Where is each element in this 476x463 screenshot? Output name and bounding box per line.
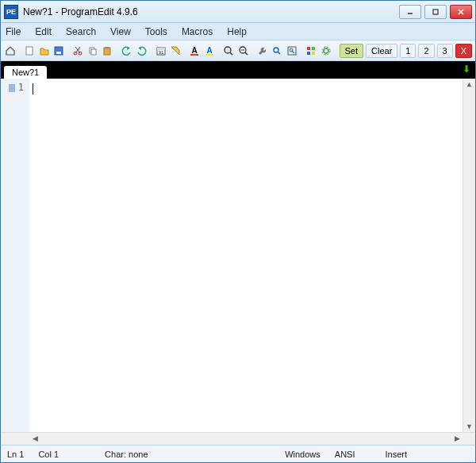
svg-rect-33 <box>312 47 315 50</box>
bookmark-set-button[interactable]: Set <box>340 44 364 58</box>
scroll-down-icon[interactable]: ▼ <box>464 421 475 432</box>
window-buttons <box>399 5 472 19</box>
text-editor[interactable] <box>29 79 463 432</box>
menu-file[interactable]: File <box>6 26 21 37</box>
redo-icon[interactable] <box>135 43 147 59</box>
vertical-scrollbar[interactable]: ▲ ▼ <box>463 79 475 432</box>
status-eol: Windows <box>285 449 321 459</box>
highlight-icon[interactable]: A <box>203 43 215 59</box>
status-line: Ln 1 <box>7 449 24 459</box>
status-column: Col 1 <box>38 449 59 459</box>
svg-rect-21 <box>205 54 213 56</box>
toolbar: 31 A A Set Clear 1 2 3 X ›› <box>1 41 475 61</box>
menubar: File Edit Search View Tools Macros Help <box>1 23 475 41</box>
svg-line-31 <box>292 51 294 53</box>
undo-icon[interactable] <box>121 43 132 59</box>
svg-rect-19 <box>190 54 198 56</box>
svg-point-22 <box>225 47 231 53</box>
font-color-icon[interactable]: A <box>189 43 201 59</box>
svg-line-23 <box>230 52 232 55</box>
bookmark-3-button[interactable]: 3 <box>437 44 453 58</box>
menu-macros[interactable]: Macros <box>182 26 213 37</box>
svg-rect-6 <box>56 52 61 54</box>
gear-icon[interactable] <box>320 43 332 59</box>
menu-tools[interactable]: Tools <box>145 26 167 37</box>
menu-edit[interactable]: Edit <box>35 26 52 37</box>
bookmark-2-button[interactable]: 2 <box>418 44 434 58</box>
statusbar: Ln 1 Col 1 Char: none Windows ANSI Inser… <box>1 445 475 462</box>
tab-file[interactable]: New?1 <box>4 66 47 79</box>
copy-icon[interactable] <box>86 43 98 59</box>
app-icon: PE <box>4 5 18 19</box>
find-replace-icon[interactable] <box>286 43 298 59</box>
svg-rect-32 <box>307 47 310 50</box>
paste-icon[interactable] <box>102 43 113 59</box>
download-arrow-icon[interactable]: ⬇ <box>463 64 470 75</box>
menu-view[interactable]: View <box>110 26 131 37</box>
toolbar-overflow-icon[interactable]: ›› <box>464 41 474 61</box>
titlebar: PE New?1 - ProgramEdit 4.9.6 <box>1 1 475 23</box>
svg-rect-13 <box>104 48 110 55</box>
calendar-icon[interactable]: 31 <box>155 43 167 59</box>
line-number-1: 1 <box>18 82 24 93</box>
svg-rect-35 <box>312 52 315 55</box>
app-window: PE New?1 - ProgramEdit 4.9.6 File Edit S… <box>0 0 476 463</box>
window-title: New?1 - ProgramEdit 4.9.6 <box>23 6 399 17</box>
svg-text:A: A <box>192 46 198 55</box>
svg-line-25 <box>245 52 248 55</box>
find-icon[interactable] <box>271 43 283 59</box>
status-mode: Insert <box>385 449 407 459</box>
svg-rect-12 <box>91 49 96 55</box>
editor-area: 1 ▲ ▼ <box>1 79 475 432</box>
minimize-button[interactable] <box>399 5 421 19</box>
svg-point-36 <box>324 48 328 53</box>
svg-rect-1 <box>433 10 438 14</box>
zoom-in-icon[interactable] <box>223 43 235 59</box>
tag-icon[interactable] <box>169 43 181 59</box>
scroll-up-icon[interactable]: ▲ <box>464 79 475 90</box>
svg-rect-4 <box>26 47 33 55</box>
line-marker-icon <box>9 84 15 92</box>
maximize-button[interactable] <box>424 5 447 19</box>
open-folder-icon[interactable] <box>38 43 50 59</box>
menu-search[interactable]: Search <box>66 26 96 37</box>
home-icon[interactable] <box>4 43 16 59</box>
menu-help[interactable]: Help <box>227 26 247 37</box>
gutter-line-1: 1 <box>1 82 24 93</box>
horizontal-scrollbar[interactable]: ◀ ▶ <box>1 432 475 445</box>
svg-rect-34 <box>307 52 310 55</box>
color-grid-icon[interactable] <box>305 43 317 59</box>
status-char: Char: none <box>105 449 148 459</box>
new-file-icon[interactable] <box>23 43 35 59</box>
svg-line-28 <box>278 52 280 54</box>
bookmark-1-button[interactable]: 1 <box>400 44 416 58</box>
svg-text:31: 31 <box>158 50 163 55</box>
scroll-left-icon[interactable]: ◀ <box>29 433 40 444</box>
text-cursor <box>33 83 33 95</box>
bookmark-clear-button[interactable]: Clear <box>366 44 397 58</box>
tabbar: New?1 ⬇ <box>1 61 475 79</box>
scroll-right-icon[interactable]: ▶ <box>451 433 463 444</box>
status-encoding: ANSI <box>335 449 355 459</box>
save-icon[interactable] <box>52 43 64 59</box>
zoom-out-icon[interactable] <box>237 43 249 59</box>
svg-rect-14 <box>106 47 109 48</box>
close-button[interactable] <box>450 5 472 19</box>
cut-icon[interactable] <box>72 43 84 59</box>
line-gutter: 1 <box>1 79 29 432</box>
svg-text:A: A <box>206 46 212 55</box>
wrench-icon[interactable] <box>256 43 268 59</box>
